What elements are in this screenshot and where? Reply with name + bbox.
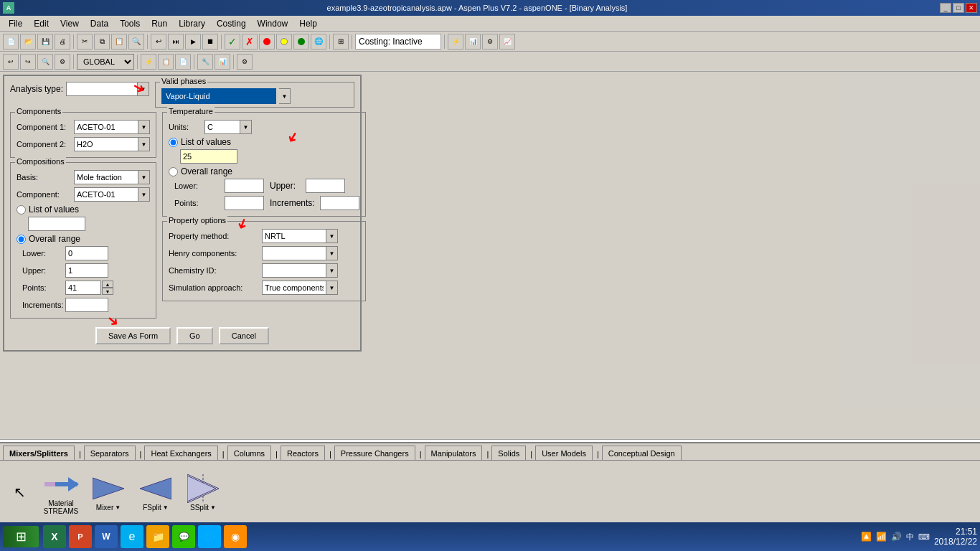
tray-lang[interactable]: ⌨ xyxy=(918,532,930,542)
maximize-btn[interactable]: □ xyxy=(953,3,964,13)
minimize-btn[interactable]: _ xyxy=(940,3,951,13)
taskbar-app-excel[interactable]: X xyxy=(43,525,66,548)
property-method-dropdown[interactable]: ▼ xyxy=(326,229,338,243)
menu-window[interactable]: Window xyxy=(252,17,294,30)
basis-input[interactable] xyxy=(74,170,138,184)
upper-input[interactable] xyxy=(65,263,108,278)
temp-units-dropdown[interactable]: ▼ xyxy=(240,120,252,134)
tb-extra4[interactable]: 📈 xyxy=(499,34,515,50)
tb2-8[interactable]: 🔧 xyxy=(197,54,213,70)
taskbar-app-ppt[interactable]: P xyxy=(69,525,92,548)
ssplit-item[interactable]: SSplit ▼ xyxy=(184,472,222,513)
tb-extra1[interactable]: ⚡ xyxy=(448,34,463,50)
tb-paste[interactable]: 📋 xyxy=(111,34,127,50)
tab-mixers-splitters[interactable]: Mixers/Splitters xyxy=(3,446,75,460)
temp-increments-input[interactable] xyxy=(320,196,359,210)
simulation-approach-input[interactable] xyxy=(262,281,326,295)
tb-stop[interactable]: ⏹ xyxy=(202,34,218,50)
points-spin-down[interactable]: ▼ xyxy=(102,288,113,295)
menu-costing[interactable]: Costing xyxy=(211,17,252,30)
tb-find[interactable]: 🔍 xyxy=(128,34,144,50)
tb-x[interactable]: ✗ xyxy=(242,34,258,50)
temp-points-input[interactable] xyxy=(225,196,264,210)
tab-user-models[interactable]: User Models xyxy=(535,446,593,460)
tb-save[interactable]: 💾 xyxy=(37,34,53,50)
taskbar-app-ie[interactable]: e xyxy=(121,525,143,548)
tray-icon1[interactable]: 🔼 xyxy=(861,532,872,542)
tab-separators[interactable]: Separators xyxy=(84,446,136,460)
valid-phases-dropdown-btn[interactable]: ▼ xyxy=(279,88,291,104)
taskbar-app-globe[interactable]: 🌐 xyxy=(198,525,221,548)
tb2-5[interactable]: ⚡ xyxy=(141,54,156,70)
comp-list-radio[interactable] xyxy=(17,205,26,215)
tb-open[interactable]: 📂 xyxy=(20,34,36,50)
tb-extra2[interactable]: 📊 xyxy=(465,34,481,50)
tb-table[interactable]: ⊞ xyxy=(333,34,349,50)
tb-red-dot[interactable] xyxy=(259,34,275,50)
tb2-7[interactable]: 📄 xyxy=(175,54,191,70)
property-method-input[interactable] xyxy=(262,229,326,243)
component2-dropdown[interactable]: ▼ xyxy=(138,137,150,151)
menu-data[interactable]: Data xyxy=(85,17,114,30)
temp-upper-input[interactable] xyxy=(306,179,345,193)
go-btn[interactable]: Go xyxy=(176,327,213,344)
comp-overall-radio[interactable] xyxy=(17,235,26,244)
tb-cut[interactable]: ✂ xyxy=(77,34,93,50)
menu-library[interactable]: Library xyxy=(173,17,211,30)
tb-undo[interactable]: ↩ xyxy=(151,34,166,50)
tab-reactors[interactable]: Reactors xyxy=(281,446,325,460)
tab-heat-exchangers[interactable]: Heat Exchangers xyxy=(144,446,217,460)
tb2-9[interactable]: 📊 xyxy=(215,54,230,70)
tab-solids[interactable]: Solids xyxy=(491,446,526,460)
basis-dropdown[interactable]: ▼ xyxy=(138,170,150,184)
close-btn[interactable]: ✕ xyxy=(966,3,977,13)
temp-units-input[interactable] xyxy=(204,120,240,134)
tb-copy[interactable]: ⧉ xyxy=(94,34,110,50)
increments-input[interactable] xyxy=(65,298,108,312)
component1-input[interactable] xyxy=(74,120,138,134)
henry-input[interactable] xyxy=(262,246,326,260)
comp-component-dropdown[interactable]: ▼ xyxy=(138,187,150,202)
tb-globe[interactable]: 🌐 xyxy=(311,34,326,50)
tab-pressure-changers[interactable]: Pressure Changers xyxy=(334,446,415,460)
menu-edit[interactable]: Edit xyxy=(28,17,55,30)
tb2-6[interactable]: 📋 xyxy=(158,54,174,70)
tb-run[interactable]: ▶ xyxy=(185,34,201,50)
taskbar-app-word[interactable]: W xyxy=(95,525,118,548)
temp-overall-radio[interactable] xyxy=(169,167,178,176)
comp-list-input[interactable] xyxy=(28,217,85,231)
taskbar-app-folder[interactable]: 📁 xyxy=(146,525,169,548)
cancel-btn[interactable]: Cancel xyxy=(219,327,269,344)
lower-input[interactable] xyxy=(65,246,108,260)
start-button[interactable]: ⊞ xyxy=(3,526,39,547)
chemistry-input[interactable] xyxy=(262,263,326,278)
menu-help[interactable]: Help xyxy=(293,17,323,30)
tab-manipulators[interactable]: Manipulators xyxy=(425,446,483,460)
temp-list-input[interactable] xyxy=(180,149,237,164)
tb-step[interactable]: ⏭ xyxy=(168,34,184,50)
tray-keyboard[interactable]: 中 xyxy=(906,532,914,542)
tb-extra3[interactable]: ⚙ xyxy=(482,34,498,50)
global-dropdown[interactable]: GLOBAL xyxy=(77,54,134,70)
points-spin-up[interactable]: ▲ xyxy=(102,281,113,288)
tab-conceptual-design[interactable]: Conceptual Design xyxy=(602,446,682,460)
fsplit-dropdown[interactable]: ▼ xyxy=(163,504,169,511)
henry-dropdown[interactable]: ▼ xyxy=(326,246,338,260)
tb2-2[interactable]: ↪ xyxy=(20,54,36,70)
tray-network[interactable]: 📶 xyxy=(876,532,887,542)
temp-list-radio[interactable] xyxy=(169,138,178,147)
menu-tools[interactable]: Tools xyxy=(114,17,146,30)
tb2-10[interactable]: ⚙ xyxy=(237,54,253,70)
mixer-dropdown[interactable]: ▼ xyxy=(115,504,121,511)
tb-new[interactable]: 📄 xyxy=(3,34,19,50)
temp-lower-input[interactable] xyxy=(225,179,264,193)
tb-check[interactable]: ✓ xyxy=(225,34,240,50)
menu-run[interactable]: Run xyxy=(146,17,173,30)
streams-item[interactable]: MaterialSTREAMS xyxy=(42,468,80,517)
menu-view[interactable]: View xyxy=(55,17,85,30)
taskbar-app-wechat[interactable]: 💬 xyxy=(172,525,195,548)
tray-volume[interactable]: 🔊 xyxy=(891,532,902,542)
component1-dropdown[interactable]: ▼ xyxy=(138,120,150,134)
save-as-form-btn[interactable]: Save As Form xyxy=(95,327,171,344)
chemistry-dropdown[interactable]: ▼ xyxy=(326,263,338,278)
